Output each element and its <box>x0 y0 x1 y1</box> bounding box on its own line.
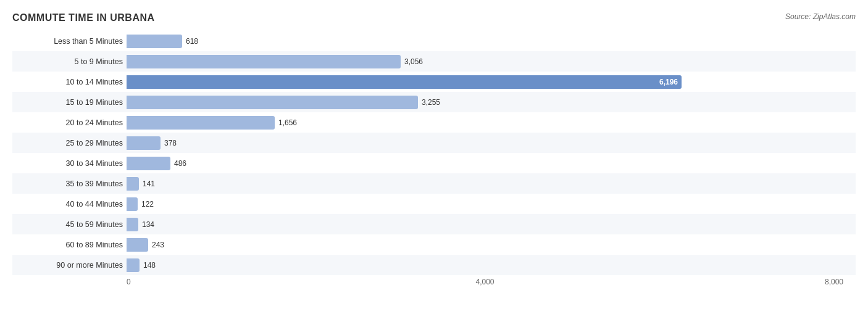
bar-value: 122 <box>141 200 154 208</box>
bar-fill <box>127 55 401 68</box>
bar-row: 35 to 39 Minutes141 <box>12 173 856 194</box>
bar-row: 10 to 14 Minutes6,196 <box>12 72 856 92</box>
bar-fill <box>127 197 138 211</box>
bar-row: 5 to 9 Minutes3,056 <box>12 51 856 72</box>
bar-value: 134 <box>142 220 154 229</box>
bar-fill <box>127 177 139 191</box>
x-axis: 04,0008,000 <box>127 278 856 290</box>
bar-value: 141 <box>143 180 155 188</box>
bar-fill <box>127 35 182 48</box>
bar-row: 15 to 19 Minutes3,255 <box>12 92 856 112</box>
bar-row: 20 to 24 Minutes1,656 <box>12 112 856 133</box>
bar-label: 40 to 44 Minutes <box>12 200 127 208</box>
bar-label: 30 to 34 Minutes <box>12 159 127 168</box>
bar-fill <box>127 136 161 150</box>
bar-label: 25 to 29 Minutes <box>12 139 127 147</box>
x-axis-label: 4,000 <box>475 278 494 286</box>
bar-fill <box>127 96 418 109</box>
bar-value: 243 <box>152 241 164 249</box>
bar-label: 90 or more Minutes <box>12 261 127 270</box>
bar-value: 1,656 <box>278 118 297 127</box>
bar-value: 378 <box>164 139 177 147</box>
bar-label: 35 to 39 Minutes <box>12 180 127 188</box>
bar-label: 15 to 19 Minutes <box>12 98 127 107</box>
bars-area: Less than 5 Minutes6185 to 9 Minutes3,05… <box>12 31 856 275</box>
bar-row: 90 or more Minutes148 <box>12 255 856 275</box>
bar-row: 60 to 89 Minutes243 <box>12 234 856 255</box>
bar-value: 618 <box>186 37 198 46</box>
bar-label: 20 to 24 Minutes <box>12 118 127 127</box>
bar-fill <box>127 238 148 252</box>
bar-fill: 6,196 <box>127 75 682 89</box>
bar-label: 60 to 89 Minutes <box>12 241 127 249</box>
bar-label: 45 to 59 Minutes <box>12 220 127 229</box>
bar-value: 3,255 <box>422 98 440 107</box>
bar-value: 148 <box>143 261 156 270</box>
bar-value: 3,056 <box>404 57 423 66</box>
chart-header: COMMUTE TIME IN URBANA Source: ZipAtlas.… <box>12 12 856 23</box>
bar-value-inside: 6,196 <box>659 78 678 86</box>
bar-label: 10 to 14 Minutes <box>12 78 127 86</box>
bar-row: 25 to 29 Minutes378 <box>12 133 856 153</box>
chart-container: COMMUTE TIME IN URBANA Source: ZipAtlas.… <box>0 0 868 322</box>
bar-fill <box>127 116 275 130</box>
bar-fill <box>127 218 138 231</box>
x-axis-label: 0 <box>127 278 131 286</box>
chart-title: COMMUTE TIME IN URBANA <box>12 12 155 23</box>
bar-row: Less than 5 Minutes618 <box>12 31 856 51</box>
bar-label: Less than 5 Minutes <box>12 37 127 46</box>
x-axis-label: 8,000 <box>825 278 843 286</box>
bar-fill <box>127 258 140 272</box>
bar-row: 45 to 59 Minutes134 <box>12 214 856 234</box>
bar-label: 5 to 9 Minutes <box>12 57 127 66</box>
bar-row: 40 to 44 Minutes122 <box>12 194 856 214</box>
chart-source: Source: ZipAtlas.com <box>785 12 856 21</box>
bar-value: 486 <box>174 159 186 168</box>
bar-fill <box>127 157 170 170</box>
bar-row: 30 to 34 Minutes486 <box>12 153 856 173</box>
